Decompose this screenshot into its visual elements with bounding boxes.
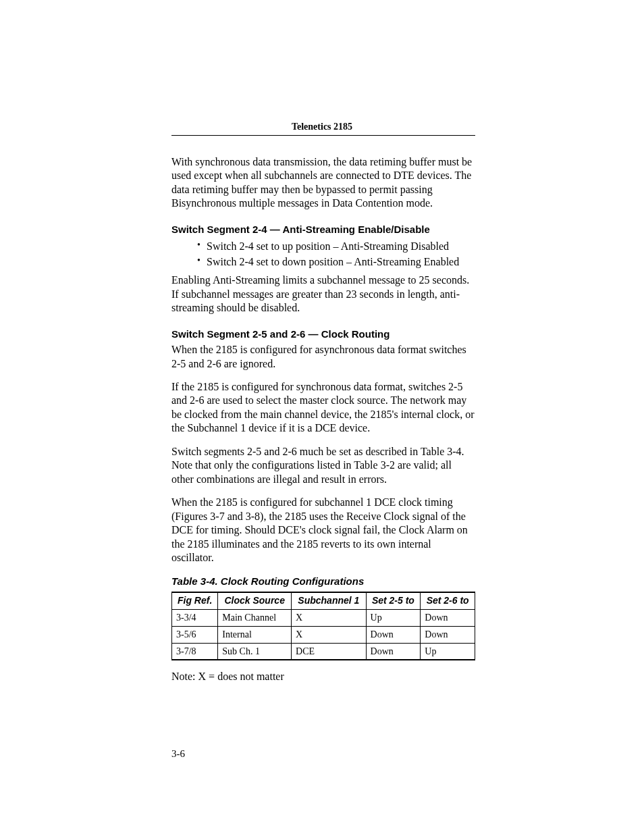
col-set-2-6: Set 2-6 to bbox=[421, 592, 475, 609]
bullet-icon: • bbox=[197, 238, 207, 254]
cell: 3-7/8 bbox=[172, 643, 218, 660]
bullet-text: Switch 2-4 set to down position – Anti-S… bbox=[207, 254, 459, 269]
cell: Down bbox=[421, 626, 475, 643]
table-row: 3-5/6 Internal X Down Down bbox=[172, 626, 475, 643]
cell: 3-3/4 bbox=[172, 609, 218, 626]
bullet-text: Switch 2-4 set to up position – Anti-Str… bbox=[207, 238, 449, 254]
clock-routing-table: Fig Ref. Clock Source Subchannel 1 Set 2… bbox=[171, 592, 475, 661]
cell: Internal bbox=[218, 626, 292, 643]
section-24-paragraph: Enabling Anti-Streaming limits a subchan… bbox=[171, 273, 475, 315]
cell: Main Channel bbox=[218, 609, 292, 626]
section-2526-p2: If the 2185 is configured for synchronou… bbox=[171, 380, 475, 436]
col-subchannel-1: Subchannel 1 bbox=[292, 592, 366, 609]
running-header: Telenetics 2185 bbox=[0, 122, 644, 132]
cell: Up bbox=[366, 609, 421, 626]
cell: Down bbox=[366, 626, 421, 643]
header-rule bbox=[171, 135, 475, 136]
section-2526-p1: When the 2185 is configured for asynchro… bbox=[171, 343, 475, 371]
table-header-row: Fig Ref. Clock Source Subchannel 1 Set 2… bbox=[172, 592, 475, 609]
bullet-item: • Switch 2-4 set to down position – Anti… bbox=[171, 254, 475, 269]
document-page: Telenetics 2185 With synchronous data tr… bbox=[0, 0, 644, 834]
page-number: 3-6 bbox=[171, 748, 185, 760]
cell: DCE bbox=[292, 643, 366, 660]
cell: Up bbox=[421, 643, 475, 660]
cell: 3-5/6 bbox=[172, 626, 218, 643]
intro-paragraph: With synchronous data transmission, the … bbox=[171, 155, 475, 211]
page-content: With synchronous data transmission, the … bbox=[171, 155, 475, 684]
bullet-icon: • bbox=[197, 254, 207, 269]
bullet-item: • Switch 2-4 set to up position – Anti-S… bbox=[171, 238, 475, 254]
table-note: Note: X = does not matter bbox=[171, 670, 475, 683]
section-2526-heading: Switch Segment 2-5 and 2-6 — Clock Routi… bbox=[171, 328, 475, 340]
cell: Down bbox=[366, 643, 421, 660]
cell: Sub Ch. 1 bbox=[218, 643, 292, 660]
col-clock-source: Clock Source bbox=[218, 592, 292, 609]
cell: X bbox=[292, 609, 366, 626]
section-2526-p4: When the 2185 is configured for subchann… bbox=[171, 496, 475, 565]
section-2526-p3: Switch segments 2-5 and 2-6 much be set … bbox=[171, 445, 475, 486]
col-set-2-5: Set 2-5 to bbox=[366, 592, 421, 609]
section-24-bullets: • Switch 2-4 set to up position – Anti-S… bbox=[171, 238, 475, 269]
table-row: 3-7/8 Sub Ch. 1 DCE Down Up bbox=[172, 643, 475, 660]
cell: Down bbox=[421, 609, 475, 626]
table-row: 3-3/4 Main Channel X Up Down bbox=[172, 609, 475, 626]
section-24-heading: Switch Segment 2-4 — Anti-Streaming Enab… bbox=[171, 223, 475, 236]
col-fig-ref: Fig Ref. bbox=[172, 592, 218, 609]
cell: X bbox=[292, 626, 366, 643]
table-caption: Table 3-4. Clock Routing Configurations bbox=[171, 575, 475, 588]
